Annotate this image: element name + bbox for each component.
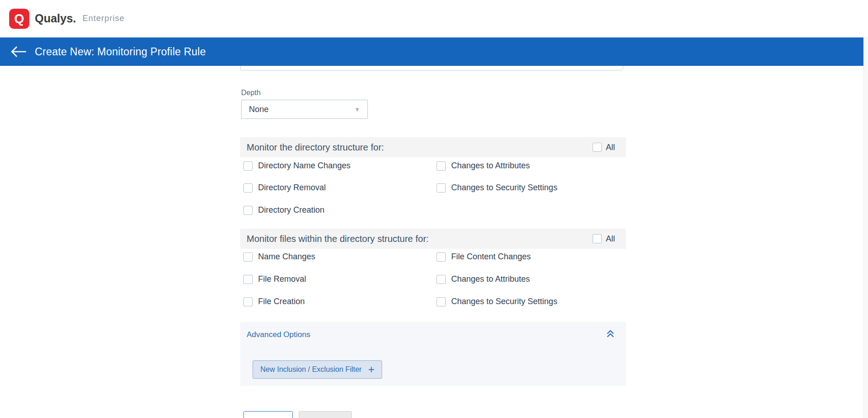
depth-label: Depth	[241, 89, 261, 97]
qualys-logo-icon: Q	[9, 9, 29, 29]
checkbox-box[interactable]	[593, 234, 602, 243]
plus-icon: +	[368, 364, 374, 375]
checkbox-box[interactable]	[437, 183, 446, 193]
checkbox-directory-name-changes[interactable]: Directory Name Changes	[243, 161, 350, 171]
section-files-header: Monitor files within the directory struc…	[240, 229, 626, 249]
checkbox-box[interactable]	[243, 183, 253, 193]
all-checkbox-directory[interactable]: All	[593, 143, 615, 152]
checkbox-changes-to-security-settings-file[interactable]: Changes to Security Settings	[437, 297, 557, 306]
checkbox-label: Directory Removal	[258, 183, 326, 193]
checkbox-label: Name Changes	[258, 252, 315, 262]
advanced-options-title: Advanced Options	[247, 330, 310, 339]
vertical-scrollbar[interactable]	[863, 38, 868, 418]
checkbox-label: File Creation	[258, 297, 305, 306]
checkbox-label: File Content Changes	[451, 252, 531, 262]
checkbox-label: Changes to Security Settings	[451, 183, 557, 193]
checkbox-file-removal[interactable]: File Removal	[243, 274, 306, 284]
base-directory-input[interactable]	[240, 66, 623, 70]
checkbox-box[interactable]	[243, 206, 253, 215]
new-inclusion-exclusion-filter-button[interactable]: New Inclusion / Exclusion Filter +	[253, 360, 382, 379]
brand-name: Qualys.	[35, 12, 76, 25]
checkbox-label: Changes to Attributes	[451, 274, 530, 284]
checkbox-file-content-changes[interactable]: File Content Changes	[437, 252, 531, 262]
checkbox-box[interactable]	[437, 252, 446, 262]
checkbox-label: Directory Creation	[258, 205, 324, 215]
brand-bar: Q Qualys. Enterprise	[0, 0, 868, 38]
section-title: Monitor the directory structure for:	[247, 142, 384, 153]
checkbox-box[interactable]	[243, 252, 253, 262]
checkbox-box[interactable]	[437, 161, 446, 171]
chevron-down-icon: ▼	[354, 106, 360, 113]
checkbox-changes-to-security-settings-dir[interactable]: Changes to Security Settings	[437, 183, 557, 193]
checkbox-row: File Creation Changes to Security Settin…	[240, 297, 626, 309]
advanced-options-panel: Advanced Options New Inclusion / Exclusi…	[240, 322, 626, 386]
page-header: Create New: Monitoring Profile Rule	[0, 38, 868, 66]
filter-button-label: New Inclusion / Exclusion Filter	[260, 365, 361, 374]
chevron-double-up-icon[interactable]	[605, 328, 616, 339]
all-label: All	[606, 143, 615, 152]
checkbox-changes-to-attributes-dir[interactable]: Changes to Attributes	[437, 161, 530, 171]
checkbox-label: Changes to Security Settings	[451, 297, 557, 306]
section-title: Monitor files within the directory struc…	[247, 234, 429, 244]
form-content: Depth None ▼ Monitor the directory struc…	[0, 66, 868, 418]
all-checkbox-files[interactable]: All	[593, 234, 615, 244]
checkbox-box[interactable]	[593, 143, 602, 152]
save-rule-button[interactable]: Save Rule	[299, 411, 352, 418]
checkbox-row: Directory Removal Changes to Security Se…	[240, 183, 626, 195]
checkbox-label: Changes to Attributes	[451, 161, 530, 171]
checkbox-row: File Removal Changes to Attributes	[240, 274, 626, 286]
save-button[interactable]: Save	[243, 411, 293, 418]
checkbox-name-changes[interactable]: Name Changes	[243, 252, 315, 262]
checkbox-file-creation[interactable]: File Creation	[243, 297, 305, 306]
checkbox-directory-creation[interactable]: Directory Creation	[243, 205, 324, 215]
checkbox-row: Name Changes File Content Changes	[240, 252, 626, 264]
checkbox-directory-removal[interactable]: Directory Removal	[243, 183, 326, 193]
section-directory-header: Monitor the directory structure for: All	[240, 137, 626, 157]
checkbox-box[interactable]	[437, 275, 446, 284]
back-arrow-icon[interactable]	[9, 45, 29, 59]
edition-label: Enterprise	[82, 14, 124, 23]
checkbox-box[interactable]	[243, 297, 253, 306]
checkbox-row: Directory Name Changes Changes to Attrib…	[240, 161, 626, 173]
all-label: All	[606, 234, 615, 244]
depth-dropdown[interactable]: None ▼	[241, 100, 368, 119]
checkbox-row: Directory Creation	[240, 205, 626, 217]
checkbox-box[interactable]	[243, 275, 253, 284]
checkbox-label: File Removal	[258, 274, 306, 284]
checkbox-label: Directory Name Changes	[258, 161, 350, 171]
page-title: Create New: Monitoring Profile Rule	[35, 46, 206, 58]
checkbox-box[interactable]	[243, 161, 253, 171]
depth-selected-value: None	[249, 105, 269, 114]
checkbox-changes-to-attributes-file[interactable]: Changes to Attributes	[437, 274, 530, 284]
checkbox-box[interactable]	[437, 297, 446, 306]
